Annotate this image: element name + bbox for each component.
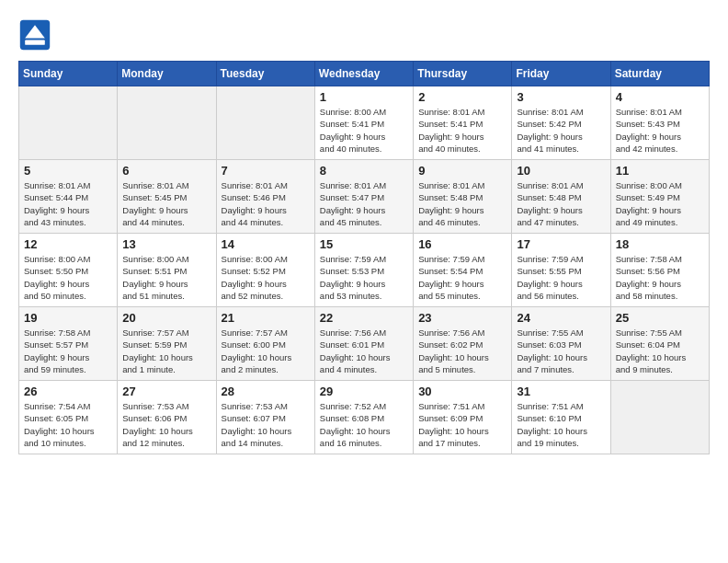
calendar-cell: 17Sunrise: 7:59 AM Sunset: 5:55 PM Dayli… <box>512 234 610 307</box>
calendar-cell <box>118 86 216 160</box>
day-number: 24 <box>517 311 605 325</box>
day-number: 18 <box>616 237 704 251</box>
day-number: 3 <box>517 90 605 104</box>
calendar-cell: 7Sunrise: 8:01 AM Sunset: 5:46 PM Daylig… <box>216 160 314 234</box>
calendar-table: SundayMondayTuesdayWednesdayThursdayFrid… <box>18 61 710 454</box>
day-info: Sunrise: 8:01 AM Sunset: 5:46 PM Dayligh… <box>222 179 310 228</box>
calendar-cell: 9Sunrise: 8:01 AM Sunset: 5:48 PM Daylig… <box>414 160 512 234</box>
day-number: 22 <box>320 311 408 325</box>
day-number: 17 <box>517 237 605 251</box>
column-header-thursday: Thursday <box>414 62 512 86</box>
day-info: Sunrise: 7:59 AM Sunset: 5:53 PM Dayligh… <box>320 253 408 302</box>
day-number: 29 <box>320 385 408 398</box>
calendar-cell: 22Sunrise: 7:56 AM Sunset: 6:01 PM Dayli… <box>314 307 413 381</box>
calendar-week-2: 5Sunrise: 8:01 AM Sunset: 5:44 PM Daylig… <box>19 160 710 234</box>
day-number: 15 <box>320 237 408 251</box>
calendar-cell: 18Sunrise: 7:58 AM Sunset: 5:56 PM Dayli… <box>610 234 709 307</box>
day-number: 2 <box>418 90 506 104</box>
calendar-cell: 5Sunrise: 8:01 AM Sunset: 5:44 PM Daylig… <box>19 160 118 234</box>
day-info: Sunrise: 8:01 AM Sunset: 5:48 PM Dayligh… <box>418 179 506 228</box>
column-header-sunday: Sunday <box>19 62 118 86</box>
day-info: Sunrise: 7:58 AM Sunset: 5:57 PM Dayligh… <box>24 327 112 375</box>
day-info: Sunrise: 7:51 AM Sunset: 6:09 PM Dayligh… <box>418 400 506 449</box>
day-info: Sunrise: 8:01 AM Sunset: 5:42 PM Dayligh… <box>517 106 605 155</box>
day-info: Sunrise: 8:00 AM Sunset: 5:51 PM Dayligh… <box>122 253 210 302</box>
day-number: 13 <box>122 237 210 251</box>
day-number: 20 <box>122 311 210 325</box>
day-info: Sunrise: 8:00 AM Sunset: 5:49 PM Dayligh… <box>616 179 704 228</box>
day-number: 26 <box>24 385 112 398</box>
calendar-cell: 31Sunrise: 7:51 AM Sunset: 6:10 PM Dayli… <box>512 381 610 454</box>
page-header <box>18 18 710 52</box>
day-info: Sunrise: 7:58 AM Sunset: 5:56 PM Dayligh… <box>616 253 704 302</box>
calendar-cell: 19Sunrise: 7:58 AM Sunset: 5:57 PM Dayli… <box>19 307 118 381</box>
day-number: 19 <box>24 311 112 325</box>
calendar-cell: 27Sunrise: 7:53 AM Sunset: 6:06 PM Dayli… <box>118 381 216 454</box>
day-number: 25 <box>616 311 704 325</box>
day-info: Sunrise: 7:57 AM Sunset: 5:59 PM Dayligh… <box>122 327 210 375</box>
calendar-cell: 10Sunrise: 8:01 AM Sunset: 5:48 PM Dayli… <box>512 160 610 234</box>
svg-rect-2 <box>25 40 45 44</box>
calendar-cell: 14Sunrise: 8:00 AM Sunset: 5:52 PM Dayli… <box>216 234 314 307</box>
day-info: Sunrise: 7:55 AM Sunset: 6:04 PM Dayligh… <box>616 327 704 375</box>
calendar-cell: 3Sunrise: 8:01 AM Sunset: 5:42 PM Daylig… <box>512 86 610 160</box>
logo <box>18 18 55 52</box>
calendar-cell: 6Sunrise: 8:01 AM Sunset: 5:45 PM Daylig… <box>118 160 216 234</box>
day-info: Sunrise: 7:57 AM Sunset: 6:00 PM Dayligh… <box>222 327 310 375</box>
day-info: Sunrise: 8:01 AM Sunset: 5:44 PM Dayligh… <box>24 179 112 228</box>
day-info: Sunrise: 7:53 AM Sunset: 6:07 PM Dayligh… <box>222 400 310 449</box>
day-number: 12 <box>24 237 112 251</box>
day-info: Sunrise: 7:59 AM Sunset: 5:54 PM Dayligh… <box>418 253 506 302</box>
column-header-tuesday: Tuesday <box>216 62 314 86</box>
column-header-monday: Monday <box>118 62 216 86</box>
day-number: 27 <box>122 385 210 398</box>
day-number: 6 <box>122 164 210 178</box>
day-number: 1 <box>320 90 408 104</box>
day-number: 11 <box>616 164 704 178</box>
day-number: 21 <box>222 311 310 325</box>
calendar-cell: 16Sunrise: 7:59 AM Sunset: 5:54 PM Dayli… <box>414 234 512 307</box>
calendar-cell: 4Sunrise: 8:01 AM Sunset: 5:43 PM Daylig… <box>610 86 709 160</box>
day-number: 30 <box>418 385 506 398</box>
calendar-cell: 12Sunrise: 8:00 AM Sunset: 5:50 PM Dayli… <box>19 234 118 307</box>
calendar-cell: 30Sunrise: 7:51 AM Sunset: 6:09 PM Dayli… <box>414 381 512 454</box>
day-info: Sunrise: 8:00 AM Sunset: 5:52 PM Dayligh… <box>222 253 310 302</box>
calendar-cell: 1Sunrise: 8:00 AM Sunset: 5:41 PM Daylig… <box>314 86 413 160</box>
day-info: Sunrise: 8:01 AM Sunset: 5:45 PM Dayligh… <box>122 179 210 228</box>
calendar-cell: 15Sunrise: 7:59 AM Sunset: 5:53 PM Dayli… <box>314 234 413 307</box>
logo-icon <box>18 18 51 52</box>
day-number: 23 <box>418 311 506 325</box>
day-number: 5 <box>24 164 112 178</box>
header-row: SundayMondayTuesdayWednesdayThursdayFrid… <box>19 62 710 86</box>
column-header-friday: Friday <box>512 62 610 86</box>
day-info: Sunrise: 7:59 AM Sunset: 5:55 PM Dayligh… <box>517 253 605 302</box>
day-number: 31 <box>517 385 605 398</box>
day-number: 14 <box>222 237 310 251</box>
calendar-cell <box>216 86 314 160</box>
day-number: 7 <box>222 164 310 178</box>
calendar-cell: 25Sunrise: 7:55 AM Sunset: 6:04 PM Dayli… <box>610 307 709 381</box>
day-info: Sunrise: 8:01 AM Sunset: 5:43 PM Dayligh… <box>616 106 704 155</box>
day-info: Sunrise: 8:01 AM Sunset: 5:47 PM Dayligh… <box>320 179 408 228</box>
calendar-cell: 8Sunrise: 8:01 AM Sunset: 5:47 PM Daylig… <box>314 160 413 234</box>
day-number: 28 <box>222 385 310 398</box>
day-info: Sunrise: 7:56 AM Sunset: 6:01 PM Dayligh… <box>320 327 408 375</box>
day-info: Sunrise: 7:51 AM Sunset: 6:10 PM Dayligh… <box>517 400 605 449</box>
calendar-cell: 2Sunrise: 8:01 AM Sunset: 5:41 PM Daylig… <box>414 86 512 160</box>
day-info: Sunrise: 7:52 AM Sunset: 6:08 PM Dayligh… <box>320 400 408 449</box>
calendar-cell: 23Sunrise: 7:56 AM Sunset: 6:02 PM Dayli… <box>414 307 512 381</box>
calendar-week-5: 26Sunrise: 7:54 AM Sunset: 6:05 PM Dayli… <box>19 381 710 454</box>
day-info: Sunrise: 7:55 AM Sunset: 6:03 PM Dayligh… <box>517 327 605 375</box>
calendar-week-1: 1Sunrise: 8:00 AM Sunset: 5:41 PM Daylig… <box>19 86 710 160</box>
calendar-cell: 21Sunrise: 7:57 AM Sunset: 6:00 PM Dayli… <box>216 307 314 381</box>
calendar-cell: 13Sunrise: 8:00 AM Sunset: 5:51 PM Dayli… <box>118 234 216 307</box>
day-number: 9 <box>418 164 506 178</box>
calendar-cell <box>19 86 118 160</box>
calendar-cell: 24Sunrise: 7:55 AM Sunset: 6:03 PM Dayli… <box>512 307 610 381</box>
day-info: Sunrise: 8:00 AM Sunset: 5:50 PM Dayligh… <box>24 253 112 302</box>
calendar-cell: 11Sunrise: 8:00 AM Sunset: 5:49 PM Dayli… <box>610 160 709 234</box>
day-info: Sunrise: 7:56 AM Sunset: 6:02 PM Dayligh… <box>418 327 506 375</box>
calendar-cell: 29Sunrise: 7:52 AM Sunset: 6:08 PM Dayli… <box>314 381 413 454</box>
day-info: Sunrise: 7:54 AM Sunset: 6:05 PM Dayligh… <box>24 400 112 449</box>
calendar-cell: 26Sunrise: 7:54 AM Sunset: 6:05 PM Dayli… <box>19 381 118 454</box>
